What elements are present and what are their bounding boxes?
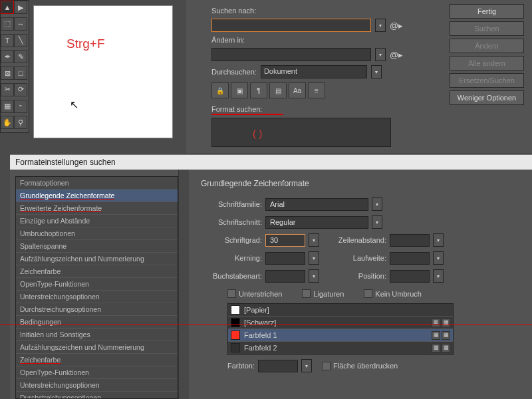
cat-item[interactable]: Durchstreichungsoptionen	[16, 392, 178, 399]
cursor-icon: ↖	[70, 98, 78, 111]
farbton-input[interactable]	[258, 360, 298, 372]
farbton-label: Farbton:	[227, 362, 255, 370]
durchsuchen-label: Durchsuchen:	[211, 68, 257, 76]
cat-item[interactable]: Aufzählungszeichen und Nummerierung	[16, 341, 178, 354]
buchstabenart-label: Buchstabenart:	[201, 272, 262, 280]
schriftfamilie-select[interactable]: Arial	[265, 198, 368, 211]
cat-item[interactable]: Grundlegende Zeichenformate	[16, 190, 178, 202]
suchen-nach-dropdown[interactable]	[375, 19, 386, 32]
special-char-button[interactable]: @▸	[390, 21, 403, 31]
whole-word-icon[interactable]: ≡	[308, 82, 325, 98]
ersetzen-suchen-button[interactable]: Ersetzen/Suchen	[450, 73, 524, 88]
swatch-row[interactable]: [Papier]	[228, 304, 453, 317]
kerning-select[interactable]	[265, 252, 305, 265]
position-dropdown[interactable]	[433, 269, 444, 283]
aendern-button[interactable]: Ändern	[450, 39, 524, 53]
cat-item[interactable]: Einzüge und Abstände	[16, 215, 178, 227]
cat-item[interactable]: Unterstreichungsoptionen	[16, 291, 178, 303]
cat-item[interactable]: Unterstreichungsoptionen	[16, 379, 178, 392]
special-char-button-2[interactable]: @▸	[390, 50, 403, 60]
eyedropper-tool-icon[interactable]: ⁃	[14, 100, 27, 113]
kerning-dropdown[interactable]	[309, 251, 319, 265]
buchstabenart-select[interactable]	[265, 270, 305, 283]
format-suchen-box[interactable]	[211, 118, 391, 147]
find-replace-panel: Suchen nach: @▸ Ändern in: @▸ Durchsuche…	[186, 0, 532, 153]
farbton-dropdown[interactable]	[301, 359, 312, 372]
direct-select-tool-icon[interactable]: ▶	[14, 1, 27, 14]
cat-item[interactable]: Zeichenfarbe	[16, 354, 178, 366]
dialog-title: Formateinstellungen suchen	[10, 155, 532, 170]
cat-item[interactable]: OpenType-Funktionen	[16, 366, 178, 379]
hand-tool-icon[interactable]: ✋	[1, 116, 14, 129]
page-tool-icon[interactable]: ⬚	[1, 17, 14, 31]
cat-item[interactable]: Umbruchoptionen	[16, 227, 178, 240]
scissors-tool-icon[interactable]: ✂	[1, 83, 14, 96]
gradient-tool-icon[interactable]: ▦	[1, 100, 14, 113]
paren-annotation: ( )	[253, 128, 262, 139]
zeilenabstand-dropdown[interactable]	[433, 233, 444, 247]
schriftfamilie-dropdown[interactable]	[372, 198, 382, 211]
schriftschnitt-dropdown[interactable]	[372, 215, 382, 229]
type-tool-icon[interactable]: T	[1, 34, 14, 47]
cat-item[interactable]: Initialen und Sonstiges	[16, 329, 178, 341]
suchen-nach-input[interactable]	[211, 19, 371, 32]
durchsuchen-dropdown[interactable]	[371, 65, 382, 78]
cat-item[interactable]: Aufzählungszeichen und Nummerierung	[16, 253, 178, 265]
swatch-row[interactable]: Farbfeld 1▦▦	[228, 329, 453, 342]
rectangle-frame-tool-icon[interactable]: ⊠	[1, 66, 14, 80]
rectangle-tool-icon[interactable]: □	[14, 66, 27, 80]
selection-tool-icon[interactable]: ▲	[1, 1, 14, 14]
cat-item[interactable]: Spaltenspanne	[16, 240, 178, 253]
toolbox: ▲ ▶ ⬚ ↔ T ╲ ✒ ✎ ⊠ □ ✂ ⟳ ▦ ⁃ ✋ ⚲	[0, 0, 29, 133]
weniger-optionen-button[interactable]: Weniger Optionen	[450, 90, 524, 105]
line-tool-icon[interactable]: ╲	[14, 34, 27, 47]
schriftgrad-input[interactable]: 30	[265, 234, 305, 247]
swatch-list[interactable]: [Papier] [Schwarz]⊠▦ Farbfeld 1▦▦ Farbfe…	[227, 303, 454, 355]
layers-icon[interactable]: ▤	[269, 82, 287, 98]
schriftgrad-dropdown[interactable]	[309, 233, 319, 247]
cat-item[interactable]: Durchstreichungsoptionen	[16, 303, 178, 316]
shortcut-label: Strg+F	[66, 37, 105, 51]
schriftschnitt-select[interactable]: Regular	[265, 216, 368, 229]
kein-umbruch-checkbox[interactable]: Kein Umbruch	[364, 289, 422, 298]
aendern-in-dropdown[interactable]	[375, 48, 386, 61]
transform-tool-icon[interactable]: ⟳	[14, 83, 27, 96]
durchsuchen-select[interactable]: Dokument	[261, 65, 367, 78]
position-label: Position:	[323, 272, 386, 280]
fertig-button[interactable]: Fertig	[450, 4, 524, 19]
unterstrichen-checkbox[interactable]: Unterstrichen	[227, 289, 282, 298]
gap-tool-icon[interactable]: ↔	[14, 17, 27, 31]
zeilenabstand-label: Zeilenabstand:	[323, 236, 386, 244]
document-canvas[interactable]	[33, 5, 173, 138]
case-icon[interactable]: Aa	[289, 82, 306, 98]
cat-item[interactable]: OpenType-Funktionen	[16, 278, 178, 291]
cat-item[interactable]: Formatoptionen	[16, 177, 178, 190]
frame-icon[interactable]: ▣	[231, 82, 248, 98]
cat-item[interactable]: Bedingungen	[16, 316, 178, 329]
footnote-icon[interactable]: ¶	[250, 82, 267, 98]
alle-aendern-button[interactable]: Alle ändern	[450, 56, 524, 70]
suchen-button[interactable]: Suchen	[450, 21, 524, 36]
flaeche-checkbox[interactable]: Fläche überdrucken	[322, 362, 398, 370]
cat-item[interactable]: Erweiterte Zeichenformate	[16, 202, 178, 215]
position-select[interactable]	[390, 270, 430, 283]
pencil-tool-icon[interactable]: ✎	[14, 50, 27, 63]
zeilenabstand-input[interactable]	[390, 234, 430, 247]
category-list[interactable]: Formatoptionen Grundlegende Zeichenforma…	[15, 176, 178, 399]
swatch-row[interactable]: [Schwarz]⊠▦	[228, 317, 453, 329]
schriftfamilie-label: Schriftfamilie:	[201, 200, 262, 208]
ligaturen-checkbox[interactable]: Ligaturen	[302, 289, 344, 298]
red-divider-annotation	[0, 325, 532, 325]
swatch-row[interactable]: Farbfeld 2▦▦	[228, 342, 453, 354]
aendern-in-label: Ändern in:	[211, 36, 265, 44]
category-scrollbar[interactable]	[178, 170, 189, 399]
pen-tool-icon[interactable]: ✒	[1, 50, 14, 63]
lock-icon[interactable]: 🔒	[211, 82, 229, 98]
buchstabenart-dropdown[interactable]	[309, 269, 319, 283]
laufweite-input[interactable]	[390, 252, 430, 265]
cat-item[interactable]: Zeichenfarbe	[16, 265, 178, 278]
aendern-in-input[interactable]	[211, 48, 371, 61]
laufweite-dropdown[interactable]	[433, 251, 444, 265]
zoom-tool-icon[interactable]: ⚲	[14, 116, 27, 129]
suchen-nach-label: Suchen nach:	[211, 7, 265, 15]
